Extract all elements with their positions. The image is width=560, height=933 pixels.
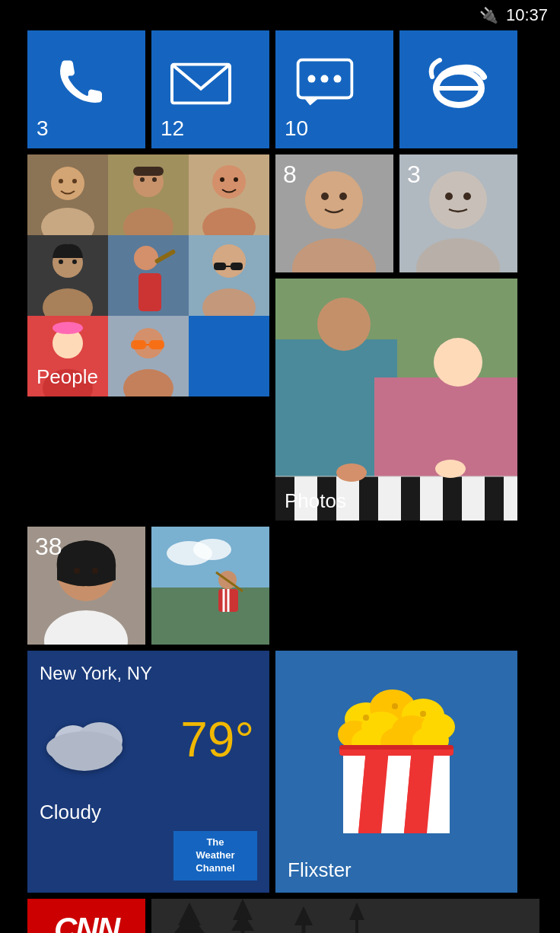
battery-icon: 🔌 [479, 6, 498, 24]
flixster-tile[interactable]: Flixster [275, 651, 517, 893]
people-cell-1 [27, 154, 108, 235]
svg-point-20 [212, 165, 246, 199]
svg-point-74 [435, 460, 466, 478]
svg-point-30 [134, 246, 158, 270]
svg-rect-37 [231, 263, 243, 270]
contact-row: 8 3 [275, 154, 517, 272]
row-5: CNN Top Story [27, 899, 560, 933]
svg-point-16 [140, 177, 145, 182]
row-4: New York, NY 79° Cloudy TheWeatherChanne… [27, 651, 560, 893]
svg-rect-32 [138, 273, 161, 311]
weather-condition: Cloudy [40, 801, 101, 824]
svg-point-58 [445, 193, 453, 200]
svg-rect-114 [151, 899, 539, 933]
svg-rect-48 [149, 340, 164, 349]
weather-channel-text: TheWeatherChannel [196, 836, 234, 875]
people-cell-5 [108, 235, 189, 316]
people-cell-4 [27, 235, 108, 316]
svg-point-34 [212, 244, 246, 278]
svg-point-78 [74, 568, 80, 574]
svg-point-51 [305, 171, 363, 229]
svg-rect-70 [443, 476, 462, 521]
svg-point-105 [420, 711, 426, 717]
svg-rect-18 [133, 167, 164, 176]
svg-point-53 [321, 193, 329, 200]
cnn-tile[interactable]: CNN [27, 899, 145, 933]
svg-point-92 [46, 731, 123, 765]
row-2: People 8 [27, 154, 560, 521]
mail-badge: 12 [161, 116, 184, 141]
svg-rect-43 [54, 323, 81, 333]
people-cell-3 [189, 154, 269, 235]
weather-temp: 79° [180, 712, 254, 768]
contact2-badge: 3 [407, 161, 421, 189]
svg-point-27 [59, 260, 63, 264]
svg-point-62 [317, 298, 371, 351]
svg-rect-69 [401, 476, 420, 521]
time-display: 10:37 [506, 5, 548, 25]
contact2-tile[interactable]: 3 [399, 154, 517, 272]
people-cell-8 [108, 316, 189, 396]
svg-point-64 [434, 338, 482, 387]
tile-grid: 3 12 10 [27, 30, 560, 933]
topstory-tile[interactable]: Top Story [151, 899, 539, 933]
right-column-top: 8 3 [275, 154, 517, 521]
photos-tile[interactable]: Photos [275, 279, 517, 521]
cnn-logo: CNN [54, 911, 119, 933]
media1-tile[interactable]: 38 [27, 527, 145, 645]
svg-point-73 [336, 463, 367, 482]
popcorn-icon [328, 666, 465, 844]
people-cell-6 [189, 235, 269, 316]
svg-rect-47 [131, 340, 146, 349]
mail-tile[interactable]: 12 [151, 30, 269, 148]
row-1: 3 12 10 [27, 30, 560, 148]
svg-point-83 [193, 539, 231, 560]
svg-point-79 [92, 568, 98, 574]
weather-cloud-icon [43, 704, 149, 775]
svg-point-59 [463, 193, 471, 200]
status-bar: 🔌 10:37 [0, 0, 560, 30]
contact1-badge: 8 [283, 161, 297, 189]
people-cell-9 [189, 316, 269, 396]
svg-rect-68 [359, 476, 378, 521]
svg-point-103 [363, 715, 369, 721]
svg-point-3 [321, 75, 329, 82]
messaging-badge: 10 [285, 116, 308, 141]
phone-badge: 3 [37, 116, 49, 141]
people-label: People [37, 365, 98, 389]
svg-point-23 [234, 177, 238, 182]
people-tile[interactable]: People [27, 154, 269, 396]
weather-channel-badge[interactable]: TheWeatherChannel [173, 831, 257, 880]
svg-rect-71 [485, 476, 504, 521]
svg-point-11 [59, 179, 63, 183]
svg-point-54 [339, 193, 347, 200]
photos-label: Photos [285, 489, 346, 513]
weather-tile[interactable]: New York, NY 79° Cloudy TheWeatherChanne… [27, 651, 269, 893]
people-cell-2 [108, 154, 189, 235]
svg-point-104 [392, 703, 398, 709]
weather-city: New York, NY [40, 663, 152, 684]
row-3: 38 [27, 527, 560, 645]
svg-point-17 [152, 177, 157, 182]
svg-point-22 [220, 177, 224, 182]
media2-tile[interactable] [151, 527, 269, 645]
svg-rect-113 [339, 745, 453, 750]
messaging-tile[interactable]: 10 [275, 30, 393, 148]
svg-rect-81 [151, 588, 269, 645]
svg-rect-36 [214, 263, 226, 270]
flixster-label: Flixster [288, 858, 352, 882]
svg-point-12 [72, 179, 77, 183]
svg-point-4 [334, 75, 342, 82]
contact1-tile[interactable]: 8 [275, 154, 393, 272]
svg-point-56 [429, 171, 487, 229]
svg-marker-5 [304, 97, 320, 105]
svg-point-2 [308, 75, 316, 82]
phone-tile[interactable]: 3 [27, 30, 145, 148]
svg-point-28 [72, 260, 77, 264]
media1-badge: 38 [35, 533, 62, 561]
ie-tile[interactable] [399, 30, 517, 148]
svg-point-9 [51, 167, 84, 200]
